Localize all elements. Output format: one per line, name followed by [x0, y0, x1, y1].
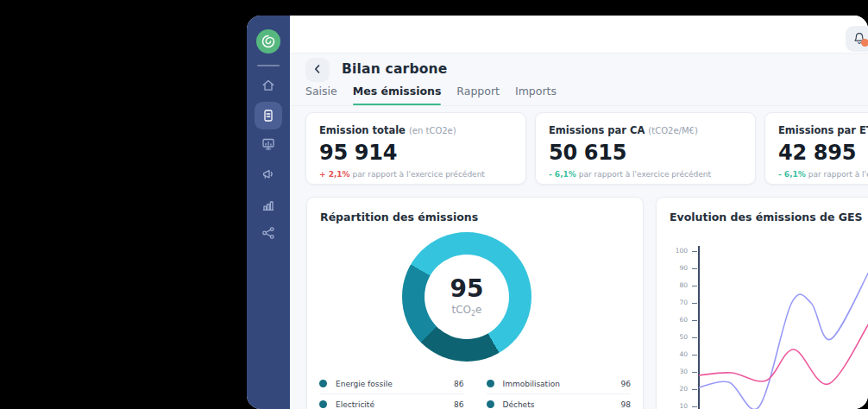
page-title: Bilan carbone: [342, 61, 448, 77]
y-tick-label: 80: [664, 281, 688, 289]
legend-item-energie-fossile: Energie fossile 86: [319, 374, 464, 394]
legend-dot-icon: [487, 400, 494, 408]
y-tick-mark: [692, 320, 697, 321]
y-tick-mark: [692, 268, 697, 269]
legend-label: Immobilisation: [503, 380, 560, 388]
stat-unit: (tCO2e/M€): [648, 126, 697, 135]
y-tick-mark: [692, 337, 697, 338]
org-network-icon: [261, 225, 276, 241]
donut-chart: 95 tCO2e: [402, 232, 531, 362]
stat-title: Emissions par ETP(tCO2e/ETP): [778, 124, 868, 136]
stat-delta: + 2,1% par rapport à l'exercice précéden…: [319, 170, 513, 179]
repartition-card: Répartition des émissions 95 tCO2e Energ…: [306, 197, 644, 409]
delta-value: + 2,1%: [319, 170, 350, 179]
legend-dot-icon: [319, 380, 327, 387]
y-tick-label: 90: [664, 264, 688, 272]
y-tick-label: 50: [664, 333, 688, 341]
sidebar-item-home[interactable]: [255, 72, 282, 99]
y-tick-label: 10: [664, 402, 688, 409]
app-window: Bilan carbone Saisie Mes émissions Rappo…: [247, 16, 868, 409]
y-tick-mark: [692, 406, 697, 407]
tab-mes-emissions[interactable]: Mes émissions: [353, 85, 442, 105]
y-tick-mark: [692, 355, 697, 356]
stat-delta: - 6,1% par rapport à l'exercice précéden…: [778, 170, 868, 179]
document-icon: [261, 108, 276, 123]
stat-value: 95 914: [319, 141, 513, 165]
y-tick-label: 30: [664, 368, 688, 375]
y-tick-mark: [692, 372, 697, 373]
legend-dot-icon: [319, 400, 327, 408]
tab-bar: Saisie Mes émissions Rapport Imports: [305, 85, 557, 105]
bar-chart-icon: [261, 198, 276, 213]
legend-item-dechets: Déchets 98: [487, 394, 632, 409]
legend-item-electricite: Electricité 86: [319, 394, 464, 409]
y-tick-label: 70: [664, 299, 688, 306]
donut-center-value: 95: [450, 276, 484, 301]
legend-value: 98: [621, 400, 631, 409]
legend-label: Déchets: [503, 400, 535, 409]
y-tick-mark: [692, 303, 697, 304]
stat-unit: (en tCO2e): [409, 126, 456, 135]
legend-item-immobilisation: Immobilisation 96: [487, 374, 632, 394]
dashboard-monitor-icon: [261, 136, 276, 152]
stat-card-emissions-par-ca: Emissions par CA(tCO2e/M€) 50 615 - 6,1%…: [535, 112, 756, 185]
y-tick-label: 20: [664, 385, 688, 393]
greenly-spiral-logo[interactable]: [256, 29, 280, 53]
stat-delta: - 6,1% par rapport à l'exercice précéden…: [549, 170, 742, 179]
legend-label: Electricité: [336, 400, 374, 409]
delta-text: par rapport à l'exercice précédent: [353, 170, 485, 179]
line-series-serie-bleue: [699, 272, 868, 409]
donut-center: 95 tCO2e: [425, 255, 509, 339]
legend-column: Energie fossile 86 Electricité 86: [319, 374, 464, 409]
y-tick-mark: [692, 251, 697, 252]
topbar: [290, 16, 868, 53]
sidebar-item-organization[interactable]: [255, 219, 282, 247]
stat-card-emissions-par-etp: Emissions par ETP(tCO2e/ETP) 42 895 - 6,…: [764, 112, 868, 185]
delta-value: - 6,1%: [549, 170, 576, 179]
legend-column: Immobilisation 96 Déchets 98: [487, 374, 632, 409]
sidebar-item-dashboard[interactable]: [255, 130, 282, 158]
legend-label: Energie fossile: [336, 380, 393, 388]
line-chart-title: Evolution des émissions de GES: [670, 211, 863, 223]
legend-dot-icon: [487, 380, 494, 387]
legend-value: 86: [454, 380, 463, 388]
line-series-serie-rose: [699, 324, 868, 384]
delta-value: - 6,1%: [778, 170, 806, 179]
tab-imports[interactable]: Imports: [515, 85, 557, 105]
tab-saisie[interactable]: Saisie: [305, 85, 337, 105]
line-chart: [699, 251, 868, 409]
stat-value: 50 615: [549, 141, 742, 165]
notification-dot: [861, 39, 868, 47]
donut-chart-title: Répartition des émissions: [320, 211, 478, 223]
evolution-card: Evolution des émissions de GES 100908070…: [656, 197, 868, 409]
y-tick-label: 100: [664, 247, 688, 255]
y-tick-mark: [692, 389, 697, 390]
delta-text: par rapport à l'exercice précédent: [808, 170, 868, 179]
chevron-left-icon: [311, 62, 324, 79]
donut-legend: Energie fossile 86 Electricité 86 Immobi…: [319, 374, 631, 409]
y-tick-label: 60: [664, 316, 688, 324]
delta-text: par rapport à l'exercice précédent: [579, 170, 711, 179]
tabs-divider: [290, 105, 868, 106]
notifications-button[interactable]: [846, 26, 868, 52]
legend-value: 96: [621, 380, 631, 388]
stat-title: Emission totale(en tCO2e): [319, 124, 513, 136]
stat-card-emission-totale: Emission totale(en tCO2e) 95 914 + 2,1% …: [305, 112, 526, 185]
stat-title: Emissions par CA(tCO2e/M€): [549, 124, 742, 136]
stat-value: 42 895: [778, 141, 868, 165]
sidebar-item-documents[interactable]: [255, 102, 282, 129]
sidebar-divider: [257, 65, 280, 66]
y-tick-mark: [692, 286, 697, 286]
donut-center-unit: tCO2e: [451, 304, 481, 318]
y-tick-label: 40: [664, 350, 688, 358]
sidebar-item-analytics[interactable]: [255, 192, 282, 219]
back-button[interactable]: [305, 58, 330, 82]
home-icon: [261, 78, 276, 93]
sidebar-item-announcements[interactable]: [255, 160, 282, 188]
legend-value: 86: [454, 400, 463, 409]
megaphone-icon: [261, 167, 276, 182]
tab-rapport[interactable]: Rapport: [456, 85, 500, 105]
sidebar: [247, 16, 290, 409]
